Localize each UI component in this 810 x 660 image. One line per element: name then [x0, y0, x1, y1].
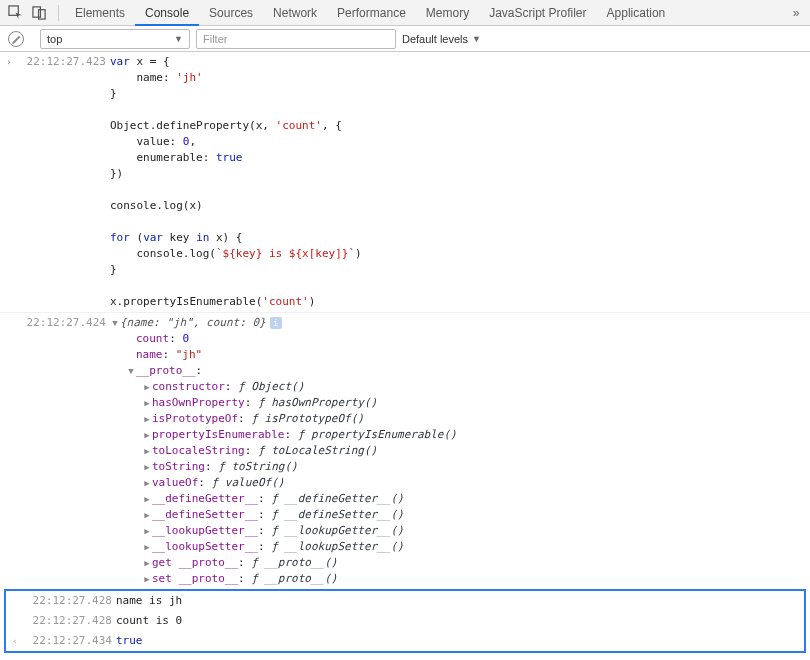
disclosure-triangle-icon[interactable]: ▶	[142, 507, 152, 523]
tab-network[interactable]: Network	[263, 0, 327, 26]
inspect-element-icon[interactable]	[4, 2, 26, 24]
disclosure-triangle-icon[interactable]: ▶	[142, 411, 152, 427]
log-marker	[6, 613, 24, 629]
disclosure-triangle-icon[interactable]: ▶	[142, 491, 152, 507]
disclosure-triangle-icon[interactable]: ▶	[142, 443, 152, 459]
console-result-row: ‹ 22:12:27.434 true	[6, 631, 804, 651]
console-log-row: 22:12:27.428 count is 0	[6, 611, 804, 631]
tab-sources[interactable]: Sources	[199, 0, 263, 26]
console-input-row: › 22:12:27.423 var x = { name: 'jh' } Ob…	[0, 52, 810, 313]
svg-rect-1	[32, 7, 40, 17]
log-marker	[0, 315, 18, 587]
disclosure-triangle-icon[interactable]: ▶	[142, 539, 152, 555]
console-log-row: 22:12:27.424 ▼{name: "jh", count: 0}icou…	[0, 313, 810, 589]
disclosure-triangle-icon[interactable]: ▶	[142, 379, 152, 395]
info-badge-icon[interactable]: i	[270, 317, 282, 329]
context-selector-label: top	[47, 33, 62, 45]
object-log[interactable]: ▼{name: "jh", count: 0}icount: 0name: "j…	[110, 315, 810, 587]
timestamp: 22:12:27.428	[24, 593, 116, 609]
console-toolbar: top ▼ Filter Default levels ▼	[0, 26, 810, 52]
separator	[58, 5, 59, 21]
disclosure-triangle-icon[interactable]: ▶	[142, 571, 152, 587]
log-text[interactable]: count is 0	[116, 613, 804, 629]
filter-input[interactable]: Filter	[196, 29, 396, 49]
tab-console[interactable]: Console	[135, 0, 199, 26]
disclosure-triangle-icon[interactable]: ▼	[126, 363, 136, 379]
overflow-chevron-icon[interactable]: »	[786, 6, 806, 20]
timestamp: 22:12:27.428	[24, 613, 116, 629]
disclosure-triangle-icon[interactable]: ▶	[142, 459, 152, 475]
disclosure-triangle-icon[interactable]: ▶	[142, 427, 152, 443]
disclosure-triangle-icon[interactable]: ▶	[142, 523, 152, 539]
result-marker-icon: ‹	[6, 633, 24, 649]
devtools-tab-bar: Elements Console Sources Network Perform…	[0, 0, 810, 26]
tab-memory[interactable]: Memory	[416, 0, 479, 26]
device-toolbar-icon[interactable]	[28, 2, 50, 24]
console-body: › 22:12:27.423 var x = { name: 'jh' } Ob…	[0, 52, 810, 653]
timestamp: 22:12:27.424	[18, 315, 110, 587]
highlighted-output-box: 22:12:27.428 name is jh 22:12:27.428 cou…	[4, 589, 806, 653]
chevron-down-icon: ▼	[472, 34, 481, 44]
tab-application[interactable]: Application	[597, 0, 676, 26]
timestamp: 22:12:27.434	[24, 633, 116, 649]
console-log-row: 22:12:27.428 name is jh	[6, 591, 804, 611]
timestamp: 22:12:27.423	[18, 54, 110, 310]
log-level-selector[interactable]: Default levels ▼	[402, 33, 481, 45]
input-marker-icon[interactable]: ›	[0, 54, 18, 310]
filter-placeholder: Filter	[203, 33, 227, 45]
disclosure-triangle-icon[interactable]: ▶	[142, 475, 152, 491]
input-code[interactable]: var x = { name: 'jh' } Object.defineProp…	[110, 54, 810, 310]
context-selector[interactable]: top ▼	[40, 29, 190, 49]
disclosure-triangle-icon[interactable]: ▶	[142, 395, 152, 411]
log-marker	[6, 593, 24, 609]
chevron-down-icon: ▼	[174, 34, 183, 44]
tab-elements[interactable]: Elements	[65, 0, 135, 26]
tab-performance[interactable]: Performance	[327, 0, 416, 26]
result-text[interactable]: true	[116, 633, 804, 649]
disclosure-triangle-icon[interactable]: ▶	[142, 555, 152, 571]
clear-console-icon[interactable]	[8, 31, 24, 47]
log-text[interactable]: name is jh	[116, 593, 804, 609]
log-level-label: Default levels	[402, 33, 468, 45]
disclosure-triangle-icon[interactable]: ▼	[110, 315, 120, 331]
panel-tabs: Elements Console Sources Network Perform…	[65, 0, 675, 26]
tab-jsprofiler[interactable]: JavaScript Profiler	[479, 0, 596, 26]
